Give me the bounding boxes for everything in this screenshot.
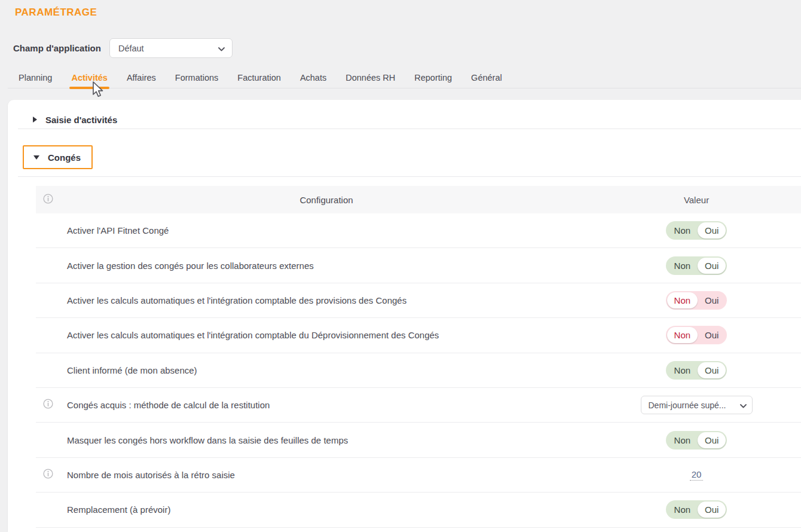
tab-label: Données RH	[346, 73, 395, 82]
table-header: Configuration Valeur	[36, 186, 801, 213]
row-info-cell	[36, 224, 67, 237]
tab-achats[interactable]: Achats	[291, 67, 336, 88]
toggle-option-non[interactable]: Non	[667, 432, 698, 448]
table-row: Remplacement (à prévoir) Non Oui	[36, 493, 801, 527]
info-icon[interactable]	[43, 399, 53, 411]
tab-formations[interactable]: Formations	[166, 67, 228, 88]
row-value: Non Oui	[592, 431, 801, 450]
row-label: Remplacement (à prévoir)	[67, 505, 592, 515]
config-table: Configuration Valeur Activer l'API Fitne…	[36, 186, 801, 528]
toggle-option-oui[interactable]: Oui	[698, 432, 726, 448]
tab-donn-es-rh[interactable]: Données RH	[336, 67, 405, 88]
row-info-cell	[36, 503, 67, 516]
row-info-cell	[36, 434, 67, 447]
toggle-option-non[interactable]: Non	[667, 222, 698, 239]
toggle-option-oui[interactable]: Oui	[698, 362, 726, 378]
toggle-option-non[interactable]: Non	[667, 258, 698, 274]
chevron-down-icon	[740, 400, 747, 410]
section-conges[interactable]: Congés	[23, 145, 93, 169]
toggle-option-oui[interactable]: Oui	[698, 502, 726, 518]
info-icon	[43, 194, 53, 206]
header-valeur: Valeur	[592, 195, 801, 205]
non-oui-toggle[interactable]: Non Oui	[666, 431, 727, 450]
divider	[18, 129, 801, 129]
tab-label: Planning	[19, 73, 52, 82]
toggle-option-non[interactable]: Non	[667, 327, 698, 343]
row-value: Non Oui	[592, 291, 801, 310]
tab-planning[interactable]: Planning	[9, 67, 62, 88]
tab-bar: Planning Activités Affaires Formations F…	[8, 67, 801, 88]
row-info-cell	[36, 294, 67, 307]
chevron-down-icon	[218, 44, 225, 53]
divider	[18, 176, 801, 177]
header-configuration: Configuration	[67, 195, 592, 205]
tab-label: Général	[471, 73, 502, 82]
settings-card: Saisie d'activités Congés Configuration …	[8, 100, 801, 532]
toggle-option-non[interactable]: Non	[667, 292, 698, 308]
non-oui-toggle[interactable]: Non Oui	[666, 361, 727, 380]
table-row: Client informé (de mon absence) Non Oui	[36, 353, 801, 388]
non-oui-toggle[interactable]: Non Oui	[666, 291, 727, 310]
table-body: Activer l'API Fitnet Congé Non Oui Activ…	[36, 213, 801, 528]
scope-select-value: Défaut	[118, 44, 144, 53]
row-info-cell	[36, 469, 67, 481]
value-select[interactable]: Demi-journée supé...	[641, 396, 753, 414]
tab-reporting[interactable]: Reporting	[405, 67, 461, 88]
scope-label: Champ d'application	[13, 43, 101, 53]
tab-label: Achats	[300, 73, 326, 82]
info-icon[interactable]	[43, 469, 53, 481]
tab-facturation[interactable]: Facturation	[228, 67, 291, 88]
table-row: Nombre de mois autorisés à la rétro sais…	[36, 458, 801, 493]
row-label: Activer les calculs automatiques et l'in…	[67, 330, 592, 340]
toggle-option-oui[interactable]: Oui	[698, 258, 726, 274]
row-label: Client informé (de mon absence)	[67, 365, 592, 375]
collapsed-arrow-icon	[33, 117, 37, 123]
row-label: Congés acquis : méthode de calcul de la …	[67, 400, 592, 410]
row-value: Non Oui	[592, 500, 801, 519]
tab-label: Reporting	[414, 73, 452, 82]
tab-label: Formations	[175, 73, 219, 82]
table-row: Activer la gestion des congés pour les c…	[36, 248, 801, 283]
non-oui-toggle[interactable]: Non Oui	[666, 326, 727, 344]
toggle-option-oui[interactable]: Oui	[698, 327, 726, 343]
row-info-cell	[36, 259, 67, 272]
row-value: Demi-journée supé...	[592, 396, 801, 414]
row-info-cell	[36, 364, 67, 377]
tab-g-n-ral[interactable]: Général	[461, 67, 512, 88]
row-label: Activer l'API Fitnet Congé	[67, 225, 592, 236]
section-saisie-activites[interactable]: Saisie d'activités	[33, 113, 117, 126]
tab-label: Activités	[71, 73, 107, 82]
table-row: Activer les calculs automatiques et l'in…	[36, 283, 801, 318]
non-oui-toggle[interactable]: Non Oui	[666, 500, 727, 519]
non-oui-toggle[interactable]: Non Oui	[666, 256, 727, 275]
page-title: PARAMÉTRAGE	[15, 7, 97, 19]
row-info-cell	[36, 329, 67, 341]
row-label: Nombre de mois autorisés à la rétro sais…	[67, 470, 592, 480]
table-row: Activer les calculs automatiques et l'in…	[36, 318, 801, 353]
tab-activit-s[interactable]: Activités	[62, 67, 117, 88]
toggle-option-non[interactable]: Non	[667, 362, 698, 378]
value-number[interactable]: 20	[690, 469, 704, 481]
header-info-cell	[36, 194, 67, 206]
section-label: Congés	[48, 152, 81, 163]
toggle-option-non[interactable]: Non	[667, 502, 698, 518]
row-info-cell	[36, 399, 67, 411]
table-row: Congés acquis : méthode de calcul de la …	[36, 388, 801, 423]
row-value: Non Oui	[592, 221, 801, 240]
toggle-option-oui[interactable]: Oui	[698, 292, 726, 308]
row-label: Masquer les congés hors workflow dans la…	[67, 435, 592, 445]
row-label: Activer les calculs automatiques et l'in…	[67, 295, 592, 305]
table-row: Masquer les congés hors workflow dans la…	[36, 423, 801, 457]
row-value: Non Oui	[592, 256, 801, 275]
row-value: Non Oui	[592, 361, 801, 380]
section-label: Saisie d'activités	[45, 115, 117, 125]
tab-affaires[interactable]: Affaires	[117, 67, 166, 88]
expanded-arrow-icon	[33, 155, 39, 160]
tab-label: Facturation	[237, 73, 281, 82]
non-oui-toggle[interactable]: Non Oui	[666, 221, 727, 240]
row-value: Non Oui	[592, 326, 801, 344]
scope-select[interactable]: Défaut	[109, 38, 233, 58]
toggle-option-oui[interactable]: Oui	[698, 222, 726, 239]
table-row: Activer l'API Fitnet Congé Non Oui	[36, 213, 801, 248]
select-value: Demi-journée supé...	[649, 400, 726, 410]
